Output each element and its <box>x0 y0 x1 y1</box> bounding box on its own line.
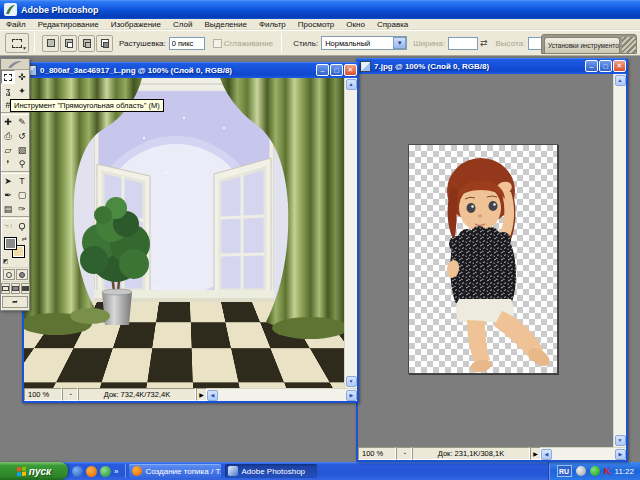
feather-label: Растушевка: <box>119 39 166 48</box>
menu-edit[interactable]: Редактирование <box>32 20 105 29</box>
menu-image[interactable]: Изображение <box>105 20 167 29</box>
document-window-room: 0_800af_3ac46917_L.png @ 100% (Слой 0, R… <box>22 62 359 403</box>
doc1-zoom-input[interactable] <box>28 390 58 399</box>
document-window-doll: 7.jpg @ 100% (Слой 0, RGB/8) – □ ✕ <box>356 58 628 462</box>
menu-filter[interactable]: Фильтр <box>253 20 292 29</box>
selection-intersect-button[interactable] <box>96 35 113 52</box>
tool-rectangular-marquee[interactable] <box>1 70 15 84</box>
tool-presets-tab[interactable]: Установки инструментов <box>544 37 620 53</box>
menu-window[interactable]: Окно <box>340 20 371 29</box>
tool-history-brush[interactable]: ↺ <box>15 129 29 143</box>
foreground-color-swatch[interactable] <box>4 237 17 250</box>
language-indicator[interactable]: RU <box>557 465 572 477</box>
doc2-titlebar[interactable]: 7.jpg @ 100% (Слой 0, RGB/8) – □ ✕ <box>356 58 628 74</box>
scroll-right-icon[interactable]: ▶ <box>615 449 626 460</box>
tool-brush[interactable]: ✎ <box>15 115 29 129</box>
status-menu-arrow[interactable]: ▶ <box>530 447 541 460</box>
quick-launch-overflow-chevron[interactable]: » <box>114 467 118 476</box>
tool-lasso[interactable]: ʓ <box>1 84 15 98</box>
swap-colors-icon[interactable]: ⇄ <box>22 235 27 242</box>
tool-gradient[interactable]: ▧ <box>15 143 29 157</box>
doc2-canvas-area[interactable] <box>358 74 613 447</box>
chevron-down-icon: ▼ <box>393 37 406 49</box>
scroll-right-icon[interactable]: ▶ <box>346 390 357 401</box>
jump-to-imageready-button[interactable]: ➦ <box>2 296 28 308</box>
scroll-left-icon[interactable]: ◀ <box>541 449 552 460</box>
tray-volume-icon[interactable] <box>576 466 586 476</box>
toolbox-grip[interactable] <box>1 59 29 70</box>
current-tool-button[interactable]: ▼ <box>5 33 29 53</box>
doc2-maximize-button[interactable]: □ <box>599 60 612 72</box>
tool-zoom[interactable]: Ϙ <box>15 219 29 233</box>
fullscreen-button[interactable] <box>21 283 30 294</box>
menu-select[interactable]: Выделение <box>198 20 252 29</box>
tool-magic-wand[interactable]: ✦ <box>15 84 29 98</box>
tool-healing-brush[interactable]: ✚ <box>1 115 15 129</box>
task-button-photoshop[interactable]: Adobe Photoshop <box>225 464 317 478</box>
antialias-label: Сглаживание <box>224 39 273 48</box>
quick-launch-media-icon[interactable] <box>72 466 83 477</box>
fullscreen-menubar-button[interactable] <box>11 283 20 294</box>
start-button[interactable]: пуск <box>0 462 68 480</box>
tool-path-selection[interactable]: ➤ <box>1 174 15 188</box>
tool-notes[interactable]: ▤ <box>1 202 15 216</box>
tool-dodge[interactable]: ⚲ <box>15 157 29 171</box>
scroll-left-icon[interactable]: ◀ <box>207 390 218 401</box>
eraser-icon: ▱ <box>5 143 12 157</box>
feather-input[interactable] <box>169 37 205 50</box>
doc1-minimize-button[interactable]: – <box>316 64 329 76</box>
screen-mode-buttons <box>1 281 29 295</box>
room-scene-image <box>24 78 344 388</box>
menu-file[interactable]: Файл <box>0 20 32 29</box>
scroll-down-icon[interactable]: ▼ <box>615 435 626 446</box>
doc2-file-icon <box>360 61 371 72</box>
tool-hand[interactable]: ☜ <box>1 219 15 233</box>
doc1-vertical-scrollbar[interactable]: ▲ ▼ <box>344 78 357 388</box>
selection-subtract-button[interactable] <box>78 35 95 52</box>
tool-blur[interactable]: ❜ <box>1 157 15 171</box>
style-select[interactable]: Нормальный ▼ <box>321 36 407 50</box>
doc2-minimize-button[interactable]: – <box>585 60 598 72</box>
swap-dimensions-icon[interactable]: ⇄ <box>480 38 488 48</box>
width-input[interactable] <box>448 37 478 50</box>
default-colors-icon[interactable]: ◩ <box>3 257 9 264</box>
tray-antivirus-icon[interactable]: K <box>604 466 611 476</box>
doc1-horizontal-scrollbar[interactable]: ◀ ▶ <box>207 388 357 401</box>
antialias-checkbox[interactable] <box>213 39 222 48</box>
quick-launch-messenger-icon[interactable] <box>100 466 111 477</box>
scroll-up-icon[interactable]: ▲ <box>615 75 626 86</box>
menu-view[interactable]: Просмотр <box>292 20 341 29</box>
doc2-close-button[interactable]: ✕ <box>613 60 626 72</box>
tool-custom-shape[interactable]: ▢ <box>15 188 29 202</box>
scroll-down-icon[interactable]: ▼ <box>346 376 357 387</box>
selection-add-button[interactable] <box>60 35 77 52</box>
tool-presets-label: Установки инструментов <box>548 42 620 49</box>
tool-eraser[interactable]: ▱ <box>1 143 15 157</box>
clock-icon: ◔ <box>396 447 412 460</box>
tool-move[interactable]: ✜ <box>15 70 29 84</box>
doc1-canvas-area[interactable] <box>24 78 344 388</box>
doc1-maximize-button[interactable]: □ <box>330 64 343 76</box>
selection-new-button[interactable] <box>42 35 59 52</box>
menu-help[interactable]: Справка <box>371 20 414 29</box>
standard-mode-button[interactable] <box>3 269 15 280</box>
app-titlebar[interactable]: Adobe Photoshop <box>0 0 640 19</box>
doc2-horizontal-scrollbar[interactable]: ◀ ▶ <box>541 447 626 460</box>
doll-canvas[interactable] <box>408 144 558 374</box>
doc2-vertical-scrollbar[interactable]: ▲ ▼ <box>613 74 626 447</box>
tray-icq-icon[interactable] <box>590 466 600 476</box>
quick-mask-mode-button[interactable] <box>16 269 28 280</box>
doc1-close-button[interactable]: ✕ <box>344 64 357 76</box>
tool-pen[interactable]: ✒ <box>1 188 15 202</box>
task-button-browser[interactable]: Создание топика / Т... <box>129 464 221 478</box>
tool-clone-stamp[interactable]: ⎙ <box>1 129 15 143</box>
doc2-zoom-input[interactable] <box>362 449 392 458</box>
standard-screen-button[interactable] <box>1 283 10 294</box>
status-menu-arrow[interactable]: ▶ <box>196 388 207 401</box>
menu-layer[interactable]: Слой <box>167 20 198 29</box>
tool-type[interactable]: T <box>15 174 29 188</box>
scroll-up-icon[interactable]: ▲ <box>346 79 357 90</box>
quick-launch-firefox-icon[interactable] <box>86 466 97 477</box>
tool-eyedropper[interactable]: ✑ <box>15 202 29 216</box>
doc1-titlebar[interactable]: 0_800af_3ac46917_L.png @ 100% (Слой 0, R… <box>22 62 359 78</box>
